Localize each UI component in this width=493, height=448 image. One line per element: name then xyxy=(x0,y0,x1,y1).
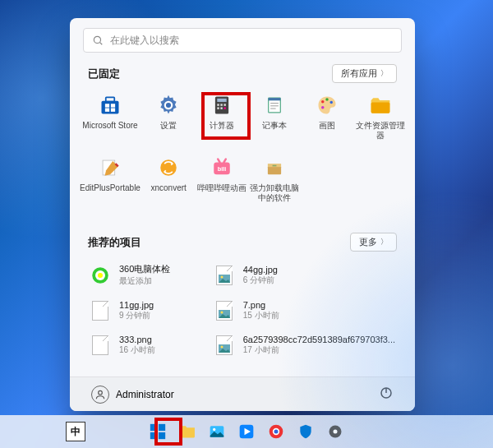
taskbar-settings[interactable] xyxy=(324,420,347,443)
taskbar-file-explorer[interactable] xyxy=(176,420,199,443)
image-file-icon xyxy=(214,265,235,286)
svg-rect-52 xyxy=(150,432,157,439)
svg-point-26 xyxy=(330,101,334,104)
svg-point-60 xyxy=(329,426,342,438)
app-tile-xnconvert[interactable]: xnconvert xyxy=(142,152,195,206)
app-tile-paint[interactable]: 画图 xyxy=(301,90,353,144)
svg-rect-18 xyxy=(223,107,225,109)
svg-point-58 xyxy=(273,428,279,435)
app-tile-bilibili[interactable]: bili 哔哩哔哩动画 xyxy=(195,152,247,206)
svg-line-32 xyxy=(218,159,219,162)
ms-store-icon xyxy=(98,93,122,118)
app-360-icon xyxy=(90,265,111,286)
username-label: Administrator xyxy=(116,389,174,400)
recommended-item[interactable]: 6a2579398cc72d591389af679703f3...17 小时前 xyxy=(212,333,397,358)
xnconvert-icon xyxy=(156,155,181,180)
recommended-list: 360电脑体检最近添加 44gg.jpg6 分钟前 11gg.jpg9 分钟前 … xyxy=(70,261,415,358)
taskbar-browser[interactable] xyxy=(265,420,288,443)
svg-point-40 xyxy=(98,273,103,278)
search-input[interactable]: 在此键入以搜索 xyxy=(83,28,402,53)
ime-indicator[interactable]: 中 xyxy=(66,422,85,441)
recommended-item[interactable]: 7.png15 小时前 xyxy=(212,298,397,323)
svg-rect-2 xyxy=(101,101,118,114)
svg-point-25 xyxy=(326,98,329,101)
app-tile-microsoft-store[interactable]: Microsoft Store xyxy=(78,90,142,144)
svg-point-61 xyxy=(334,430,338,434)
taskbar-photos[interactable] xyxy=(205,420,228,443)
media-player-icon xyxy=(238,423,255,440)
svg-point-42 xyxy=(220,275,223,278)
svg-point-47 xyxy=(99,390,103,395)
paint-icon xyxy=(315,93,339,118)
image-file-icon xyxy=(214,335,235,356)
image-file-icon xyxy=(214,300,235,321)
svg-rect-15 xyxy=(223,104,225,105)
chevron-right-icon: 〉 xyxy=(380,237,388,247)
user-account-button[interactable]: Administrator xyxy=(86,382,179,407)
svg-rect-50 xyxy=(150,424,157,431)
svg-rect-3 xyxy=(106,97,115,101)
svg-rect-20 xyxy=(269,98,281,100)
svg-point-27 xyxy=(321,106,325,109)
svg-line-33 xyxy=(223,159,225,162)
settings-icon xyxy=(327,423,343,440)
svg-rect-53 xyxy=(159,432,165,439)
file-icon xyxy=(90,335,111,356)
start-menu-footer: Administrator xyxy=(70,376,415,411)
bilibili-icon: bili xyxy=(210,155,234,180)
svg-point-46 xyxy=(220,346,223,349)
svg-rect-51 xyxy=(159,424,165,431)
svg-text:bili: bili xyxy=(217,165,226,173)
taskbar-security[interactable] xyxy=(294,420,317,443)
pinned-grid: Microsoft Store 设置 计算器 记事本 画图 xyxy=(70,90,415,206)
search-icon xyxy=(92,35,104,46)
svg-line-1 xyxy=(100,43,103,45)
svg-point-0 xyxy=(94,36,100,43)
app-tile-calculator[interactable]: 计算器 xyxy=(195,90,247,144)
taskbar: 中 xyxy=(0,415,493,448)
folder-icon xyxy=(178,423,196,441)
avatar-icon xyxy=(91,386,109,404)
browser-icon xyxy=(268,423,284,440)
photos-icon xyxy=(209,423,225,440)
svg-rect-12 xyxy=(217,99,226,102)
app-tile-file-explorer[interactable]: 文件资源管理器 xyxy=(354,90,407,144)
chevron-right-icon: 〉 xyxy=(380,68,388,79)
recommended-header: 推荐的项目 更多 〉 xyxy=(70,228,415,258)
svg-rect-4 xyxy=(105,104,109,107)
svg-rect-28 xyxy=(371,103,389,113)
svg-point-44 xyxy=(220,312,223,314)
windows-start-icon xyxy=(149,423,167,441)
recommended-item[interactable]: 333.png16 小时前 xyxy=(88,333,199,358)
taskbar-start-button[interactable] xyxy=(146,420,169,443)
power-button[interactable] xyxy=(374,381,399,408)
recommended-item[interactable]: 11gg.jpg9 分钟前 xyxy=(88,298,199,323)
recommended-item[interactable]: 44gg.jpg6 分钟前 xyxy=(212,261,397,289)
svg-point-24 xyxy=(321,100,325,104)
recommended-title: 推荐的项目 xyxy=(88,235,141,250)
taskbar-media-player[interactable] xyxy=(235,420,258,443)
pinned-header: 已固定 所有应用 〉 xyxy=(70,59,415,90)
svg-rect-16 xyxy=(217,107,219,109)
search-placeholder: 在此键入以搜索 xyxy=(110,34,179,48)
svg-rect-5 xyxy=(111,104,115,107)
power-icon xyxy=(379,386,394,400)
notepad-icon xyxy=(262,93,287,118)
uninstall-icon xyxy=(262,155,287,180)
svg-point-48 xyxy=(381,388,391,398)
app-tile-notepad[interactable]: 记事本 xyxy=(248,90,301,144)
app-tile-editplus[interactable]: EditPlusPortable xyxy=(78,152,142,206)
svg-rect-13 xyxy=(217,104,219,105)
editplus-icon xyxy=(98,155,122,180)
start-menu: 在此键入以搜索 已固定 所有应用 〉 Microsoft Store 设置 计算… xyxy=(70,18,415,411)
app-tile-uninstall[interactable]: 强力卸载电脑中的软件 xyxy=(248,152,301,206)
svg-point-10 xyxy=(166,103,171,108)
more-button[interactable]: 更多 〉 xyxy=(350,233,397,252)
svg-rect-7 xyxy=(111,109,115,112)
svg-point-57 xyxy=(270,425,283,439)
all-apps-button[interactable]: 所有应用 〉 xyxy=(332,64,397,83)
calculator-icon xyxy=(210,93,234,118)
recommended-item[interactable]: 360电脑体检最近添加 xyxy=(88,261,199,289)
settings-icon xyxy=(156,93,181,118)
app-tile-settings[interactable]: 设置 xyxy=(142,90,195,144)
